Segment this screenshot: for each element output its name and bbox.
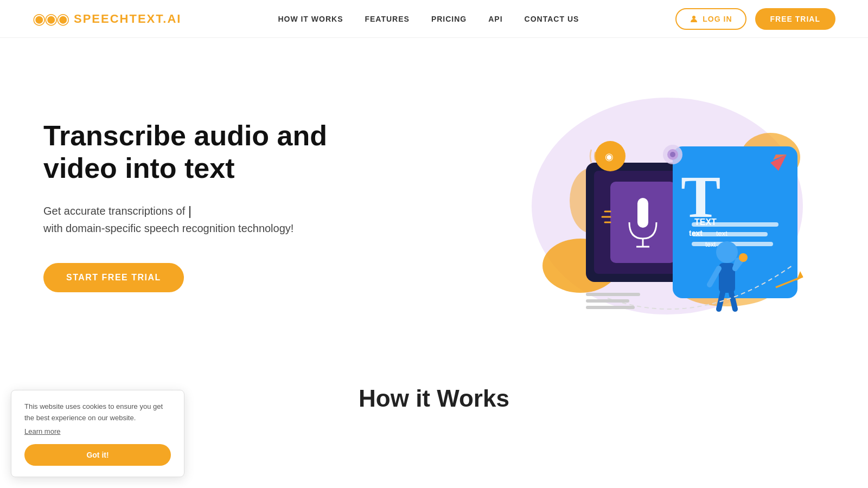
hero-illustration: T TEXT text text text ◉ <box>510 92 825 320</box>
svg-rect-46 <box>586 306 635 309</box>
svg-point-31 <box>670 152 675 157</box>
start-free-trial-button[interactable]: START FREE TRIAL <box>43 263 184 292</box>
nav-contact-us[interactable]: CONTACT US <box>525 15 579 23</box>
cookie-message: This website uses cookies to ensure you … <box>24 401 171 424</box>
nav-api[interactable]: API <box>488 15 502 23</box>
svg-rect-44 <box>586 293 640 296</box>
cookie-banner: This website uses cookies to ensure you … <box>11 390 184 477</box>
logo-text: SPEECHTEXT.AI <box>74 12 181 26</box>
svg-point-41 <box>739 253 748 262</box>
hero-content: Transcribe audio and video into text Get… <box>43 120 369 292</box>
main-nav: HOW IT WORKS FEATURES PRICING API CONTAC… <box>278 15 579 23</box>
svg-rect-9 <box>637 198 648 228</box>
hero-section: Transcribe audio and video into text Get… <box>0 38 868 363</box>
site-header: ◉◉◉ SPEECHTEXT.AI HOW IT WORKS FEATURES … <box>0 0 868 38</box>
svg-text:◉: ◉ <box>605 151 614 162</box>
hero-illustration-svg: T TEXT text text text ◉ <box>510 92 825 320</box>
login-button[interactable]: LOG IN <box>675 8 746 30</box>
logo-link[interactable]: ◉◉◉ SPEECHTEXT.AI <box>33 10 181 28</box>
hero-subtitle: Get accurate transcriptions of with doma… <box>43 202 369 237</box>
nav-pricing[interactable]: PRICING <box>431 15 467 23</box>
svg-rect-21 <box>692 232 768 236</box>
svg-line-39 <box>731 293 735 309</box>
svg-rect-45 <box>586 299 629 303</box>
nav-how-it-works[interactable]: HOW IT WORKS <box>278 15 343 23</box>
cookie-got-it-button[interactable]: Got it! <box>24 444 171 466</box>
svg-point-34 <box>716 241 738 263</box>
cookie-learn-more-link[interactable]: Learn more <box>24 427 171 435</box>
logo-waves-icon: ◉◉◉ <box>33 10 68 28</box>
hero-title: Transcribe audio and video into text <box>43 120 369 185</box>
nav-features[interactable]: FEATURES <box>365 15 409 23</box>
svg-text:text: text <box>716 229 727 237</box>
header-actions: LOG IN FREE TRIAL <box>675 8 835 30</box>
svg-text:text: text <box>689 229 703 237</box>
cursor-blink <box>189 206 190 218</box>
svg-text:text: text <box>705 241 716 248</box>
svg-text:TEXT: TEXT <box>694 217 717 227</box>
user-icon <box>690 15 698 23</box>
free-trial-button[interactable]: FREE TRIAL <box>755 8 835 30</box>
svg-point-0 <box>692 16 695 19</box>
